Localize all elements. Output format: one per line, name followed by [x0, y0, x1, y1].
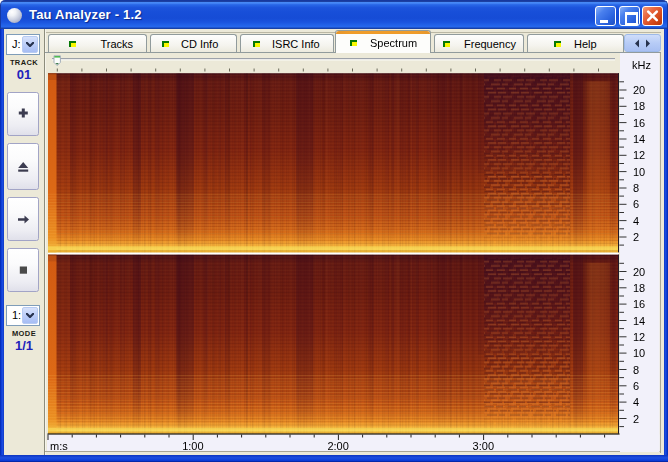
svg-text:20: 20	[633, 84, 645, 96]
svg-text:10: 10	[633, 347, 645, 359]
svg-text:8: 8	[633, 182, 639, 194]
svg-text:4: 4	[633, 215, 639, 227]
svg-text:2: 2	[633, 231, 639, 243]
svg-text:1:00: 1:00	[182, 440, 203, 452]
svg-text:18: 18	[633, 282, 645, 294]
svg-text:18: 18	[633, 100, 645, 112]
svg-text:12: 12	[633, 331, 645, 343]
svg-text:4: 4	[633, 396, 639, 408]
svg-text:8: 8	[633, 364, 639, 376]
svg-text:m:s: m:s	[50, 440, 68, 452]
svg-text:6: 6	[633, 380, 639, 392]
svg-text:kHz: kHz	[632, 59, 651, 71]
svg-text:16: 16	[633, 298, 645, 310]
svg-text:3:00: 3:00	[473, 440, 494, 452]
svg-text:14: 14	[633, 133, 645, 145]
svg-text:14: 14	[633, 315, 645, 327]
svg-text:6: 6	[633, 198, 639, 210]
svg-text:10: 10	[633, 166, 645, 178]
svg-text:2:00: 2:00	[327, 440, 348, 452]
svg-text:20: 20	[633, 266, 645, 278]
svg-text:16: 16	[633, 117, 645, 129]
svg-text:12: 12	[633, 149, 645, 161]
svg-text:2: 2	[633, 413, 639, 425]
